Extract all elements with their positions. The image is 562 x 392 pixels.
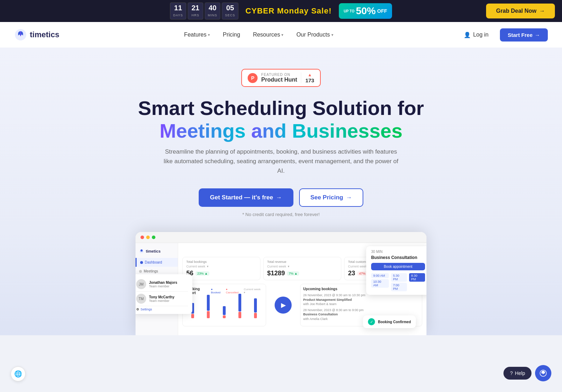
- countdown-days: 11 DAYS: [170, 2, 186, 20]
- login-button[interactable]: 👤 Log in: [458, 29, 494, 41]
- nav-resources[interactable]: Resources ▾: [248, 29, 288, 41]
- ph-icon: P: [248, 73, 258, 83]
- stat-total-bookings: Total bookings Current week ▾ 56 23% ▲: [182, 257, 260, 280]
- play-button[interactable]: ▶: [275, 297, 292, 314]
- hero-title-meetings: Meetings: [160, 120, 246, 142]
- sidebar-logo: timetics: [136, 247, 178, 258]
- sale-badge: UP TO 50% OFF: [339, 3, 392, 19]
- hero-title-and: and: [246, 120, 292, 142]
- countdown-hrs: 21 HRS: [188, 2, 203, 20]
- top-banner: 11 DAYS 21 HRS 40 MINS 05 SECS CYBER Mon…: [0, 0, 562, 22]
- window-dot-yellow: [146, 236, 150, 239]
- bar-chart: [186, 297, 263, 318]
- book-appointment-button[interactable]: Book appointment: [371, 263, 425, 270]
- avatar-jonathan: JM: [136, 279, 146, 289]
- check-icon: ✓: [368, 318, 375, 325]
- dashboard-preview: timetics Dashboard Meetings Staffs Seat …: [0, 232, 562, 335]
- window-bar: [136, 232, 426, 243]
- resources-chevron: ▾: [281, 33, 283, 37]
- ph-score: ▲ 173: [301, 72, 314, 83]
- sidebar-logo-icon: [139, 249, 144, 254]
- team-members-card: JM Jonathan Majors Team member TM Tony M…: [136, 274, 192, 314]
- team-member-tony: TM Tony McCarthy Team member: [136, 292, 188, 306]
- settings-row: ⚙ Settings: [136, 306, 188, 311]
- time-slots: 9:00 AM 10:30 AM 5:30 PM 7:00 PM 8:30 PM: [371, 273, 425, 291]
- nav-features[interactable]: Features ▾: [179, 29, 215, 41]
- play-area: ▶: [269, 284, 297, 326]
- stat-total-revenue: Total revenue Current week ▾ $1289 7% ▲: [263, 257, 341, 280]
- booking-confirmed-card: ✓ Booking Confirmed: [363, 315, 416, 328]
- hero-cta: Get Started — it's free → See Pricing →: [14, 188, 548, 207]
- logo[interactable]: timetics: [14, 28, 59, 41]
- countdown-secs: 05 SECS: [222, 2, 238, 20]
- nav-links: Features ▾ Pricing Resources ▾ Our Produ…: [73, 29, 444, 41]
- navbar: timetics Features ▾ Pricing Resources ▾ …: [0, 22, 562, 48]
- hero-section: P FEATURED ON Product Hunt ▲ 173 Smart S…: [0, 48, 562, 232]
- consultation-card: 30 MIN Business Consultation Book appoin…: [366, 246, 426, 295]
- avatar-tony: TM: [136, 294, 146, 304]
- team-member-jonathan: JM Jonathan Majors Team member: [136, 277, 188, 292]
- sale-text: CYBER Monday Sale!: [246, 6, 332, 16]
- products-chevron: ▾: [331, 33, 334, 37]
- start-free-button[interactable]: Start Free →: [500, 28, 548, 42]
- dashboard-window: timetics Dashboard Meetings Staffs Seat …: [136, 232, 426, 335]
- nav-our-products[interactable]: Our Products ▾: [291, 29, 338, 41]
- get-started-button[interactable]: Get Started — it's free →: [199, 188, 293, 207]
- logo-text: timetics: [30, 30, 59, 39]
- hero-subtitle: Streamline the planning of appointments,…: [160, 147, 402, 176]
- ph-text: FEATURED ON Product Hunt: [261, 73, 297, 83]
- sidebar-item-dashboard[interactable]: Dashboard: [136, 258, 178, 267]
- hero-title-businesses: Businesses: [292, 120, 402, 142]
- countdown: 11 DAYS 21 HRS 40 MINS 05 SECS: [170, 2, 238, 20]
- nav-actions: 👤 Log in Start Free →: [458, 28, 548, 42]
- logo-icon: [14, 28, 27, 41]
- window-dot-green: [152, 236, 155, 239]
- product-hunt-badge[interactable]: P FEATURED ON Product Hunt ▲ 173: [241, 69, 320, 87]
- grab-deal-button[interactable]: Grab Deal Now →: [486, 4, 555, 18]
- nav-pricing[interactable]: Pricing: [218, 29, 245, 41]
- hero-title: Smart Scheduling Solution for Meetings a…: [14, 97, 548, 143]
- countdown-mins: 40 MINS: [205, 2, 221, 20]
- features-chevron: ▾: [208, 33, 210, 37]
- window-dot-red: [140, 236, 144, 239]
- booking-report-card: Booking report ● Booked ● Cancelled Curr…: [182, 284, 266, 326]
- no-cc-text: * No credit card required, free forever!: [14, 212, 548, 217]
- see-pricing-button[interactable]: See Pricing →: [299, 188, 364, 207]
